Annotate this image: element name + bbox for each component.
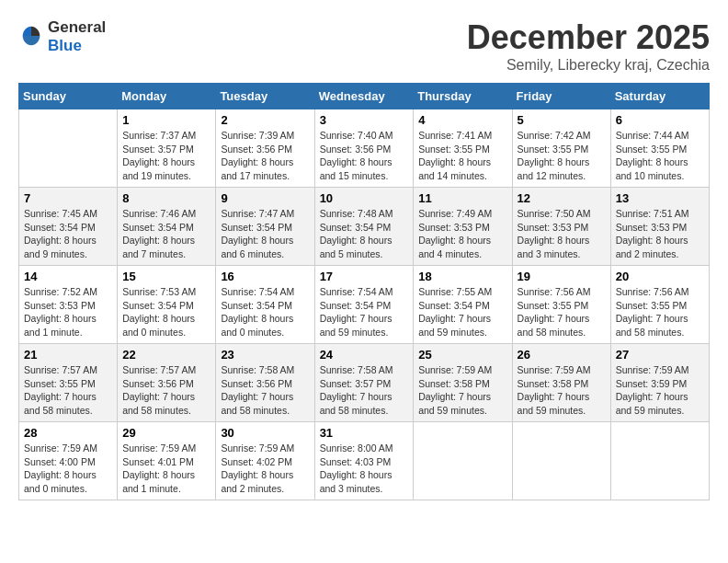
logo-general-text: General — [48, 18, 106, 36]
logo-icon — [18, 24, 44, 50]
day-info: Sunrise: 7:59 AMSunset: 3:59 PMDaylight:… — [616, 363, 704, 418]
header-day-sunday: Sunday — [19, 84, 118, 109]
day-number: 6 — [616, 113, 704, 127]
page-header: General Blue December 2025 Semily, Liber… — [18, 18, 710, 74]
day-info: Sunrise: 7:56 AMSunset: 3:55 PMDaylight:… — [518, 285, 606, 339]
calendar-cell: 3Sunrise: 7:40 AMSunset: 3:56 PMDaylight… — [314, 109, 414, 188]
day-number: 17 — [320, 270, 409, 283]
day-info: Sunrise: 7:59 AMSunset: 4:02 PMDaylight:… — [221, 442, 309, 496]
calendar-cell: 8Sunrise: 7:46 AMSunset: 3:54 PMDaylight… — [118, 188, 216, 266]
week-row-4: 21Sunrise: 7:57 AMSunset: 3:55 PMDayligh… — [19, 344, 710, 422]
day-number: 3 — [320, 113, 409, 127]
day-number: 11 — [418, 191, 506, 205]
day-number: 28 — [24, 426, 112, 440]
day-number: 21 — [24, 348, 112, 362]
week-row-2: 7Sunrise: 7:45 AMSunset: 3:54 PMDaylight… — [19, 188, 710, 266]
day-info: Sunrise: 7:57 AMSunset: 3:56 PMDaylight:… — [122, 363, 210, 418]
day-number: 5 — [518, 113, 606, 127]
day-info: Sunrise: 7:52 AMSunset: 3:53 PMDaylight:… — [24, 285, 112, 339]
day-info: Sunrise: 7:47 AMSunset: 3:54 PMDaylight:… — [221, 207, 309, 261]
day-info: Sunrise: 7:55 AMSunset: 3:54 PMDaylight:… — [418, 285, 506, 339]
day-number: 25 — [418, 348, 506, 362]
day-info: Sunrise: 7:48 AMSunset: 3:54 PMDaylight:… — [320, 207, 409, 261]
day-number: 22 — [122, 348, 210, 362]
day-number: 15 — [122, 270, 210, 283]
calendar-cell: 6Sunrise: 7:44 AMSunset: 3:55 PMDaylight… — [610, 109, 709, 188]
day-number: 7 — [24, 191, 112, 205]
day-info: Sunrise: 7:59 AMSunset: 3:58 PMDaylight:… — [518, 363, 606, 418]
day-number: 29 — [122, 426, 210, 440]
calendar-cell: 16Sunrise: 7:54 AMSunset: 3:54 PMDayligh… — [216, 266, 314, 344]
day-info: Sunrise: 8:00 AMSunset: 4:03 PMDaylight:… — [320, 442, 409, 496]
week-row-5: 28Sunrise: 7:59 AMSunset: 4:00 PMDayligh… — [19, 422, 710, 500]
calendar-cell: 10Sunrise: 7:48 AMSunset: 3:54 PMDayligh… — [314, 188, 414, 266]
calendar-cell: 17Sunrise: 7:54 AMSunset: 3:54 PMDayligh… — [314, 266, 414, 344]
calendar-cell: 2Sunrise: 7:39 AMSunset: 3:56 PMDaylight… — [216, 109, 314, 188]
title-section: December 2025 Semily, Liberecky kraj, Cz… — [467, 18, 710, 74]
header-day-saturday: Saturday — [610, 84, 709, 109]
calendar-cell: 11Sunrise: 7:49 AMSunset: 3:53 PMDayligh… — [414, 188, 512, 266]
day-number: 13 — [616, 191, 704, 205]
day-info: Sunrise: 7:58 AMSunset: 3:57 PMDaylight:… — [320, 363, 409, 418]
day-info: Sunrise: 7:57 AMSunset: 3:55 PMDaylight:… — [24, 363, 112, 418]
calendar-cell: 26Sunrise: 7:59 AMSunset: 3:58 PMDayligh… — [512, 344, 610, 422]
day-info: Sunrise: 7:37 AMSunset: 3:57 PMDaylight:… — [122, 129, 210, 183]
day-number: 1 — [122, 113, 210, 127]
header-day-monday: Monday — [118, 84, 216, 109]
header-day-friday: Friday — [512, 84, 610, 109]
calendar-table: SundayMondayTuesdayWednesdayThursdayFrid… — [18, 83, 710, 500]
day-info: Sunrise: 7:46 AMSunset: 3:54 PMDaylight:… — [122, 207, 210, 261]
header-day-wednesday: Wednesday — [314, 84, 414, 109]
day-number: 12 — [518, 191, 606, 205]
day-info: Sunrise: 7:54 AMSunset: 3:54 PMDaylight:… — [320, 285, 409, 339]
location-subtitle: Semily, Liberecky kraj, Czechia — [467, 57, 710, 74]
day-number: 30 — [221, 426, 309, 440]
day-info: Sunrise: 7:45 AMSunset: 3:54 PMDaylight:… — [24, 207, 112, 261]
day-info: Sunrise: 7:56 AMSunset: 3:55 PMDaylight:… — [616, 285, 704, 339]
day-info: Sunrise: 7:39 AMSunset: 3:56 PMDaylight:… — [221, 129, 309, 183]
day-info: Sunrise: 7:58 AMSunset: 3:56 PMDaylight:… — [221, 363, 309, 418]
calendar-cell — [414, 422, 512, 500]
day-number: 31 — [320, 426, 409, 440]
calendar-cell: 15Sunrise: 7:53 AMSunset: 3:54 PMDayligh… — [118, 266, 216, 344]
calendar-cell: 24Sunrise: 7:58 AMSunset: 3:57 PMDayligh… — [314, 344, 414, 422]
day-number: 26 — [518, 348, 606, 362]
day-info: Sunrise: 7:40 AMSunset: 3:56 PMDaylight:… — [320, 129, 409, 183]
day-number: 24 — [320, 348, 409, 362]
calendar-cell: 31Sunrise: 8:00 AMSunset: 4:03 PMDayligh… — [314, 422, 414, 500]
calendar-cell — [19, 109, 118, 188]
day-info: Sunrise: 7:53 AMSunset: 3:54 PMDaylight:… — [122, 285, 210, 339]
header-day-thursday: Thursday — [414, 84, 512, 109]
calendar-cell: 14Sunrise: 7:52 AMSunset: 3:53 PMDayligh… — [19, 266, 118, 344]
day-number: 2 — [221, 113, 309, 127]
month-title: December 2025 — [467, 18, 710, 57]
calendar-cell: 25Sunrise: 7:59 AMSunset: 3:58 PMDayligh… — [414, 344, 512, 422]
calendar-cell: 22Sunrise: 7:57 AMSunset: 3:56 PMDayligh… — [118, 344, 216, 422]
calendar-cell: 30Sunrise: 7:59 AMSunset: 4:02 PMDayligh… — [216, 422, 314, 500]
logo: General Blue — [18, 18, 106, 55]
calendar-cell: 20Sunrise: 7:56 AMSunset: 3:55 PMDayligh… — [610, 266, 709, 344]
day-number: 23 — [221, 348, 309, 362]
day-number: 9 — [221, 191, 309, 205]
calendar-cell: 9Sunrise: 7:47 AMSunset: 3:54 PMDaylight… — [216, 188, 314, 266]
day-info: Sunrise: 7:42 AMSunset: 3:55 PMDaylight:… — [518, 129, 606, 183]
week-row-1: 1Sunrise: 7:37 AMSunset: 3:57 PMDaylight… — [19, 109, 710, 188]
day-info: Sunrise: 7:50 AMSunset: 3:53 PMDaylight:… — [518, 207, 606, 261]
header-row: SundayMondayTuesdayWednesdayThursdayFrid… — [19, 84, 710, 109]
calendar-cell: 21Sunrise: 7:57 AMSunset: 3:55 PMDayligh… — [19, 344, 118, 422]
calendar-cell: 23Sunrise: 7:58 AMSunset: 3:56 PMDayligh… — [216, 344, 314, 422]
day-number: 18 — [418, 270, 506, 283]
week-row-3: 14Sunrise: 7:52 AMSunset: 3:53 PMDayligh… — [19, 266, 710, 344]
day-info: Sunrise: 7:59 AMSunset: 4:01 PMDaylight:… — [122, 442, 210, 496]
header-day-tuesday: Tuesday — [216, 84, 314, 109]
calendar-cell — [610, 422, 709, 500]
calendar-cell: 18Sunrise: 7:55 AMSunset: 3:54 PMDayligh… — [414, 266, 512, 344]
day-number: 14 — [24, 270, 112, 283]
day-info: Sunrise: 7:59 AMSunset: 4:00 PMDaylight:… — [24, 442, 112, 496]
day-info: Sunrise: 7:51 AMSunset: 3:53 PMDaylight:… — [616, 207, 704, 261]
calendar-cell: 27Sunrise: 7:59 AMSunset: 3:59 PMDayligh… — [610, 344, 709, 422]
day-number: 10 — [320, 191, 409, 205]
day-number: 27 — [616, 348, 704, 362]
day-info: Sunrise: 7:41 AMSunset: 3:55 PMDaylight:… — [418, 129, 506, 183]
day-number: 19 — [518, 270, 606, 283]
